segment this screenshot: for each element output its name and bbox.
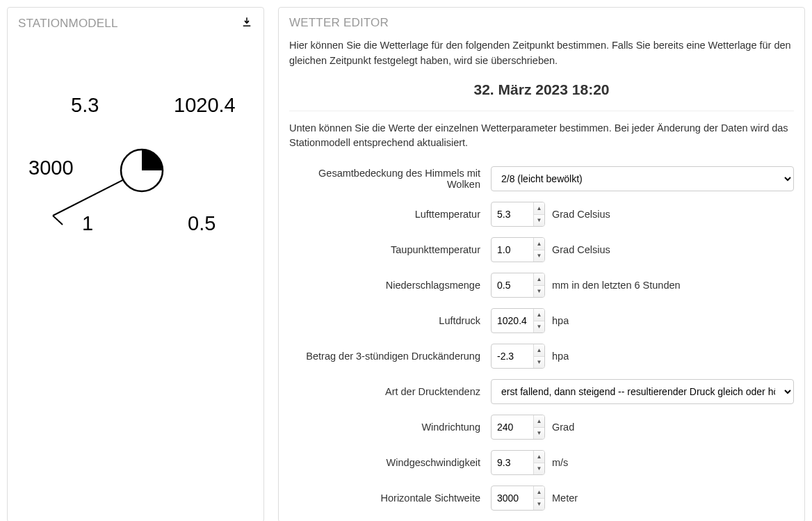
download-icon — [241, 16, 253, 29]
label-visibility: Horizontale Sichtweite — [289, 492, 491, 504]
editor-title: WETTER EDITOR — [289, 16, 794, 30]
unit-visibility: Meter — [552, 492, 578, 504]
unit-precip: mm in den letzten 6 Stunden — [552, 280, 681, 291]
spinner-down-icon[interactable]: ▼ — [533, 357, 544, 369]
station-model-panel: STATIONMODELL 5.3 1020.4 300 — [7, 7, 264, 521]
select-pressuretrend[interactable]: erst fallend, dann steigend -- resultier… — [491, 379, 794, 404]
svg-line-1 — [53, 216, 63, 225]
label-dewpoint: Taupunkttemperatur — [289, 244, 491, 255]
unit-pressurechange: hpa — [552, 351, 569, 362]
editor-intro: Hier können Sie die Wetterlage für den f… — [289, 38, 794, 69]
station-dewpoint-value: 1 — [82, 212, 93, 235]
spinner-up-icon[interactable]: ▲ — [533, 344, 544, 357]
station-model-title: STATIONMODELL — [18, 17, 118, 31]
label-pressurechange: Betrag der 3-stündigen Druckänderung — [289, 351, 491, 362]
unit-pressure: hpa — [552, 315, 569, 326]
label-cloudcover: Gesamtbedeckung des Himmels mit Wolken — [289, 168, 491, 190]
spinner-down-icon[interactable]: ▼ — [533, 215, 544, 227]
spinner-up-icon[interactable]: ▲ — [533, 486, 544, 499]
editor-instructions: Unten können Sie die Werte der einzelnen… — [289, 121, 794, 152]
spinner-up-icon[interactable]: ▲ — [533, 415, 544, 428]
unit-winddir: Grad — [552, 422, 574, 433]
station-pressure-value: 1020.4 — [174, 94, 236, 117]
station-precip-value: 0.5 — [188, 212, 216, 235]
label-pressuretrend: Art der Drucktendenz — [289, 386, 491, 397]
station-model-canvas: 5.3 1020.4 3000 1 0.5 — [18, 38, 253, 275]
select-cloudcover[interactable]: 2/8 (leicht bewölkt) — [491, 166, 794, 191]
spinner-up-icon[interactable]: ▲ — [533, 451, 544, 463]
spinner-up-icon[interactable]: ▲ — [533, 238, 544, 250]
editor-datetime: 32. März 2023 18:20 — [289, 81, 794, 98]
spinner-up-icon[interactable]: ▲ — [533, 202, 544, 215]
spinner-up-icon[interactable]: ▲ — [533, 273, 544, 286]
unit-dewpoint: Grad Celsius — [552, 244, 610, 255]
station-visibility-value: 3000 — [29, 157, 74, 179]
download-button[interactable] — [241, 16, 253, 31]
spinner-down-icon[interactable]: ▼ — [533, 250, 544, 262]
spinner-down-icon[interactable]: ▼ — [533, 321, 544, 333]
unit-windspeed: m/s — [552, 457, 568, 468]
label-airtemp: Lufttemperatur — [289, 209, 491, 220]
label-winddir: Windrichtung — [289, 422, 491, 433]
divider — [289, 111, 794, 111]
label-pressure: Luftdruck — [289, 315, 491, 326]
label-windspeed: Windgeschwindigkeit — [289, 457, 491, 468]
unit-airtemp: Grad Celsius — [552, 209, 610, 220]
spinner-down-icon[interactable]: ▼ — [533, 286, 544, 298]
station-temp-value: 5.3 — [71, 94, 99, 117]
spinner-down-icon[interactable]: ▼ — [533, 428, 544, 440]
weather-editor-panel: WETTER EDITOR Hier können Sie die Wetter… — [278, 7, 805, 521]
spinner-down-icon[interactable]: ▼ — [533, 499, 544, 511]
spinner-up-icon[interactable]: ▲ — [533, 309, 544, 321]
label-precip: Niederschlagsmenge — [289, 280, 491, 291]
spinner-down-icon[interactable]: ▼ — [533, 463, 544, 475]
